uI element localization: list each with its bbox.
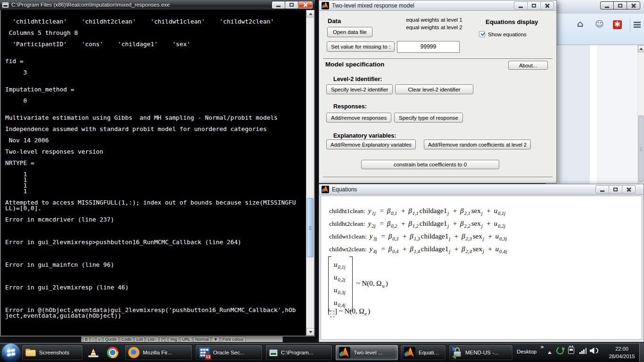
console-output[interactable]: 'childht1clean' 'childht2clean' 'childwt… [1, 10, 314, 336]
taskbar-item-vlc[interactable] [85, 345, 102, 361]
specify-level2-button[interactable]: Specify level-2 identifier [326, 84, 393, 94]
minimize-button[interactable] [595, 185, 609, 193]
desktop-toolbar[interactable]: Desktop [517, 349, 537, 354]
eq-part: β [388, 245, 392, 253]
eq-part: j [449, 249, 450, 254]
maximize-button[interactable] [527, 1, 541, 9]
editor-button[interactable]: Quote [103, 337, 119, 342]
close-button[interactable] [627, 1, 640, 9]
taskbar-item-screenshots[interactable]: Screenshots [22, 345, 83, 361]
desktop-chevron[interactable]: » [540, 344, 544, 350]
eq-part: 2,2 [464, 223, 471, 229]
editor-button[interactable]: [*] [159, 337, 167, 342]
scroll-down-button[interactable] [306, 328, 314, 336]
taskbar-item-console[interactable]: C:\Program... [265, 345, 332, 361]
clear-level2-button[interactable]: Clear level-2 identifier [395, 84, 473, 94]
editor-button[interactable]: List= [146, 337, 158, 342]
editor-button[interactable]: u [96, 337, 102, 342]
network-tray-icon[interactable] [579, 348, 587, 354]
smiley-icon[interactable]: ☺ [595, 19, 604, 29]
windows-logo-icon [7, 349, 15, 357]
minimize-button[interactable] [272, 1, 285, 9]
taskbar-item-oracle[interactable]: 13 Oracle Sec... [195, 345, 263, 361]
scrollbar-thumb[interactable] [307, 198, 314, 257]
editor-button[interactable]: URL [180, 337, 192, 342]
add-explanatory-button[interactable]: Add/Remove Explanatory variables [326, 140, 416, 149]
close-button[interactable] [622, 185, 636, 193]
editor-button[interactable]: Font colour [221, 337, 246, 342]
scrollbar-thumb[interactable] [638, 115, 644, 182]
explanatory-variables-label: Explanatory variables: [333, 132, 396, 139]
taskbar-item-mend[interactable]: MEND-US -... [449, 345, 513, 361]
close-icon [631, 3, 636, 8]
show-hidden-icons-button[interactable] [548, 351, 552, 354]
specify-type-response-button[interactable]: Specify type of response [394, 113, 463, 123]
editor-button[interactable]: B [83, 337, 90, 342]
constrain-beta-button[interactable]: constrain beta coefficients to 0 [361, 160, 499, 169]
eq-part: 0,1 [391, 211, 397, 216]
taskbar-item-firefox[interactable]: Mozilla Fir... [124, 345, 192, 361]
firefox-titlebar [546, 0, 644, 14]
eq-part: u [334, 286, 338, 294]
set-missing-button[interactable]: Set value for missing to : [327, 41, 395, 52]
eq-part: + [453, 245, 460, 253]
close-button[interactable] [540, 1, 554, 9]
about-button[interactable]: About... [508, 61, 548, 70]
add-remove-responses-button[interactable]: Add/remove responses [326, 113, 391, 123]
taskbar-item-equations[interactable]: Equations [400, 345, 446, 361]
editor-button[interactable]: List [134, 337, 145, 342]
close-button[interactable] [298, 1, 313, 9]
lastpass-icon[interactable]: ∗ [613, 20, 622, 29]
scroll-up-button[interactable] [638, 45, 644, 52]
sync-tray-icon[interactable] [555, 346, 565, 355]
eq-part: β [462, 232, 465, 240]
power-tray-icon[interactable] [568, 347, 574, 354]
equation-row: childht2clean: y2j = β0,2 + β1,2childage… [329, 217, 508, 230]
minimize-button[interactable] [514, 1, 528, 9]
firefox-scrollbar[interactable] [637, 45, 644, 185]
equations-window-title: Equations [332, 186, 357, 193]
restore-button[interactable] [285, 1, 298, 9]
console-scrollbar[interactable] [306, 10, 314, 336]
add-random-coefficients-button[interactable]: Add/Remove random coefficients at level … [424, 140, 531, 149]
taskbar: Screenshots Mozilla Fir... 13 Oracle Sec… [0, 342, 644, 362]
missing-value-field[interactable]: 99999 [397, 41, 460, 53]
start-button[interactable] [2, 344, 20, 362]
open-data-file-button[interactable]: Open data file [327, 27, 372, 37]
editor-button[interactable]: Img [168, 337, 179, 342]
editor-button[interactable]: Code [120, 337, 134, 342]
show-desktop-button[interactable] [639, 343, 644, 362]
volume-tray-icon[interactable] [590, 347, 599, 354]
maximize-button[interactable] [609, 185, 622, 193]
taskbar-label: Equations [419, 350, 442, 355]
eq-part: β [408, 220, 412, 227]
menu-icon[interactable] [634, 22, 641, 23]
firefox-icon [128, 347, 140, 358]
eq-part: u [334, 273, 338, 281]
taskbar-item-chrome[interactable] [104, 345, 122, 361]
minimize-button[interactable] [600, 1, 614, 9]
equations-titlebar[interactable]: Equations [319, 184, 644, 195]
left-bracket [328, 256, 331, 311]
editor-button[interactable]: ▼ [212, 337, 220, 342]
right-bracket [349, 256, 353, 311]
show-equations-label: Show equations [488, 32, 527, 37]
restore-button[interactable] [613, 1, 627, 9]
eq-part: + [485, 220, 493, 227]
model-titlebar[interactable]: Two-level mixed response model [319, 0, 556, 11]
eq-part: β [462, 245, 465, 253]
show-equations-row: Show equations [479, 31, 527, 37]
scroll-up-button[interactable] [306, 10, 314, 17]
editor-button[interactable]: i [91, 337, 95, 342]
taskbar-clock[interactable]: 22:00 28/04/2015 [605, 345, 638, 360]
console-text: 'childht1clean' 'childht2clean' 'childwt… [5, 13, 296, 319]
eq-part: childwt2clean: [329, 246, 368, 253]
editor-button[interactable]: Normal [193, 337, 211, 342]
console-titlebar[interactable]: C:\Program Files (x86)\Realcom\Imputatio… [0, 0, 315, 10]
console-window-title: C:\Program Files (x86)\Realcom\Imputatio… [11, 2, 170, 8]
console-window-controls [272, 1, 313, 9]
taskbar-item-model-window[interactable]: Two-level ... [335, 345, 398, 361]
home-icon[interactable]: ⌂ [577, 18, 584, 29]
collapsed-vector-icon[interactable]: ⋮ [330, 311, 334, 317]
show-equations-checkbox[interactable] [479, 31, 485, 37]
